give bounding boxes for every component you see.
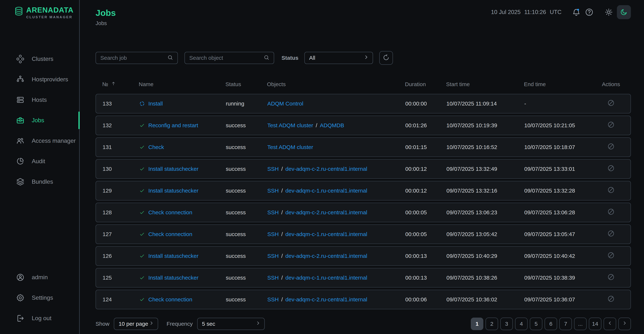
terminate-job-button[interactable]	[607, 273, 615, 282]
job-name-link[interactable]: Check connection	[148, 296, 192, 303]
prev-page-button[interactable]	[604, 318, 616, 330]
page-size-select[interactable]: 10 per page	[114, 318, 158, 330]
object-link[interactable]: SSH	[267, 231, 279, 237]
page-ellipsis-button[interactable]: ...	[574, 318, 587, 330]
object-link[interactable]: ADQMDB	[320, 122, 344, 128]
object-link[interactable]: dev-adqm-c-2.ru-central1.internal	[286, 209, 367, 216]
job-name-link[interactable]: Check connection	[148, 231, 192, 237]
column-header-label: Name	[139, 81, 154, 87]
object-link[interactable]: SSH	[267, 166, 279, 172]
object-link[interactable]: SSH	[267, 253, 279, 259]
job-start-time: 09/07/2025 10:38:26	[446, 274, 524, 281]
column-header-name: Name	[139, 81, 226, 88]
hostproviders-icon	[16, 75, 25, 84]
object-link[interactable]: dev-adqm-c-2.ru-central1.internal	[286, 253, 367, 259]
sidebar-item-bundles[interactable]: Bundles	[0, 172, 79, 192]
sidebar-item-access-manager[interactable]: Access manager	[0, 130, 79, 151]
page-button-6[interactable]: 6	[544, 318, 557, 330]
next-page-button[interactable]	[618, 318, 631, 330]
job-name-link[interactable]: Install statuschecker	[148, 166, 198, 172]
object-link[interactable]: Test ADQM cluster	[267, 144, 313, 150]
object-link[interactable]: dev-adqm-c-2.ru-central1.internal	[286, 166, 367, 172]
search-object-input[interactable]	[189, 54, 264, 61]
object-link[interactable]: Test ADQM cluster	[267, 122, 313, 128]
column-header-number[interactable]: №	[102, 81, 139, 88]
job-end-time: 09/07/2025 10:40:42	[524, 253, 598, 259]
object-link[interactable]: SSH	[267, 209, 279, 216]
sidebar-item-hosts[interactable]: Hosts	[0, 90, 79, 110]
help-button[interactable]	[585, 8, 594, 16]
refresh-button[interactable]	[379, 51, 393, 65]
job-duration: 00:00:13	[405, 253, 446, 259]
column-header-label: End time	[524, 81, 546, 87]
brand-name: ARENADATA	[26, 6, 74, 14]
job-status: running	[226, 100, 267, 107]
notifications-button[interactable]	[572, 8, 581, 16]
terminate-job-button[interactable]	[607, 142, 615, 152]
sidebar-item-admin[interactable]: admin	[0, 267, 79, 288]
terminate-job-button[interactable]	[607, 99, 615, 108]
sidebar-item-log-out[interactable]: Log out	[0, 308, 79, 328]
table-row: 124Check connectionsuccessSSH/dev-adqm-c…	[96, 290, 631, 309]
status-filter-select[interactable]: All	[304, 52, 373, 64]
page-button-7[interactable]: 7	[559, 318, 572, 330]
job-name-link[interactable]: Check connection	[148, 209, 192, 216]
page-button-14[interactable]: 14	[589, 318, 602, 330]
search-job-input[interactable]	[100, 54, 167, 61]
frequency-select[interactable]: 5 sec	[197, 318, 265, 330]
sidebar-item-label: Hostproviders	[32, 76, 68, 83]
object-link[interactable]: dev-adqm-c-1.ru-central1.internal	[286, 274, 367, 281]
terminate-job-button[interactable]	[607, 252, 615, 260]
terminate-job-button[interactable]	[607, 186, 615, 195]
job-end-time: 09/07/2025 13:06:28	[524, 209, 598, 216]
job-duration: 00:01:26	[405, 122, 446, 128]
prohibit-icon	[607, 121, 615, 130]
page-button-4[interactable]: 4	[515, 318, 528, 330]
dark-theme-button[interactable]	[617, 5, 631, 19]
pagination: 1234567...14	[471, 318, 631, 330]
job-name-link[interactable]: Install	[148, 100, 163, 107]
object-link[interactable]: ADQM Control	[267, 100, 303, 107]
sidebar-item-clusters[interactable]: Clusters	[0, 49, 79, 69]
sidebar-item-settings[interactable]: Settings	[0, 288, 79, 308]
terminate-job-button[interactable]	[607, 295, 615, 304]
job-status: success	[226, 122, 267, 128]
object-link[interactable]: SSH	[267, 296, 279, 303]
sidebar-item-audit[interactable]: Audit	[0, 151, 79, 172]
page-button-5[interactable]: 5	[530, 318, 542, 330]
job-duration: 00:00:05	[405, 209, 446, 216]
job-number: 126	[102, 253, 139, 259]
page-button-2[interactable]: 2	[486, 318, 498, 330]
terminate-job-button[interactable]	[607, 230, 615, 239]
prohibit-icon	[607, 186, 615, 195]
job-name-link[interactable]: Install statuschecker	[148, 188, 198, 194]
object-link[interactable]: SSH	[267, 188, 279, 194]
sidebar-item-hostproviders[interactable]: Hostproviders	[0, 69, 79, 90]
check-icon	[139, 275, 145, 281]
job-name-link[interactable]: Install statuschecker	[148, 253, 198, 259]
job-name-link[interactable]: Install statuschecker	[148, 274, 198, 281]
job-status: success	[226, 166, 267, 172]
job-name-cell: Install statuschecker	[139, 253, 226, 259]
terminate-job-button[interactable]	[607, 121, 615, 130]
job-name-link[interactable]: Check	[148, 144, 164, 150]
object-link[interactable]: SSH	[267, 274, 279, 281]
job-duration: 00:00:05	[405, 231, 446, 237]
sidebar: ARENADATA CLUSTER MANAGER ClustersHostpr…	[0, 0, 80, 334]
sidebar-item-jobs[interactable]: Jobs	[0, 110, 79, 130]
page-button-3[interactable]: 3	[500, 318, 513, 330]
page-button-1[interactable]: 1	[471, 318, 483, 330]
prohibit-icon	[607, 273, 615, 282]
terminate-job-button[interactable]	[607, 164, 615, 173]
search-job-box	[96, 52, 178, 64]
frequency-value: 5 sec	[202, 321, 215, 327]
object-link[interactable]: dev-adqm-c-1.ru-central1.internal	[286, 188, 367, 194]
light-theme-button[interactable]	[604, 8, 613, 16]
object-link[interactable]: dev-adqm-c-2.ru-central1.internal	[286, 296, 367, 303]
object-link[interactable]: dev-adqm-c-1.ru-central1.internal	[286, 231, 367, 237]
topbar: 10 Jul 2025 11:10:26 UTC	[491, 5, 631, 19]
job-name-link[interactable]: Reconfig and restart	[148, 122, 198, 128]
check-icon	[139, 210, 145, 216]
job-status: success	[226, 188, 267, 194]
terminate-job-button[interactable]	[607, 208, 615, 217]
